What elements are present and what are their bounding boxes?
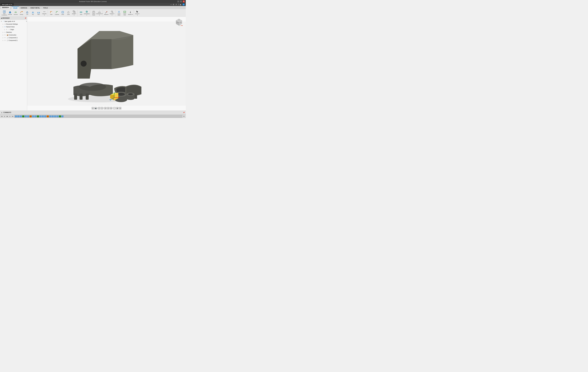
comments-pin-icon[interactable]: 📌	[183, 112, 185, 113]
tree-item-sketches[interactable]: ▷ ✏ Sketches	[0, 31, 27, 34]
nav-zoom-in-button[interactable]: ⊕	[104, 107, 107, 109]
close-button[interactable]: ✕	[183, 0, 185, 2]
timeline-item-2[interactable]	[17, 115, 20, 117]
revolve-button[interactable]: Revolve	[13, 10, 19, 16]
construction-expand[interactable]: ▷	[2, 34, 4, 36]
sweep-button[interactable]: Sweep	[19, 10, 24, 16]
tab-solid[interactable]: SOLID	[11, 7, 19, 9]
assemble-more-button[interactable]: ASSEMBLE	[84, 10, 89, 16]
timeline-item-8[interactable]	[32, 115, 34, 117]
select-section: SELECT	[134, 10, 141, 16]
tree-root-item[interactable]: ▼ 📄 laser guide v4 v4 ⚙	[0, 20, 27, 23]
timeline-item-18[interactable]	[56, 115, 59, 117]
new-component-button[interactable]: New Component	[2, 10, 7, 16]
extrude-button[interactable]: Extrude	[7, 10, 13, 16]
tab-tools[interactable]: TOOLS	[42, 7, 49, 9]
insert-svg-button[interactable]: SVG Insert SVG	[122, 10, 127, 16]
origin-expand[interactable]: ▷	[4, 29, 5, 30]
tree-item-document-settings[interactable]: ▷ ⚙ Document Settings	[0, 23, 27, 25]
timeline-item-7[interactable]	[30, 115, 32, 117]
web-button[interactable]: Web	[36, 10, 41, 16]
nav-zoom-out-button[interactable]: ⊖	[107, 107, 109, 109]
view-cube[interactable]: Y TOP FRONT RIGHT X	[175, 18, 183, 26]
tree-item-named-views[interactable]: ▷ 👁 Named Views	[0, 25, 27, 28]
timeline-play-button[interactable]: ▶	[6, 115, 9, 117]
shell-button[interactable]: Shell	[60, 10, 65, 16]
timeline-item-6[interactable]	[27, 115, 29, 117]
timeline-last-button[interactable]: ⏭	[12, 115, 14, 117]
fillet-button[interactable]: Fillet	[49, 10, 54, 16]
inspect-more-button[interactable]: INSPECT	[109, 10, 115, 16]
sketches-expand[interactable]: ▷	[2, 31, 4, 33]
timeline-item-14[interactable]	[47, 115, 49, 117]
nav-camera-button[interactable]: 📷	[94, 107, 97, 109]
minimize-button[interactable]: ─	[177, 0, 179, 2]
settings-icon[interactable]: ⚙	[173, 3, 174, 6]
timeline-item-12[interactable]	[42, 115, 44, 117]
timeline-next-button[interactable]: ⏵	[9, 115, 11, 117]
timeline-item-17[interactable]	[54, 115, 56, 117]
tree-item-component2[interactable]: ▷ 👁 ⬜ Component2:1	[0, 39, 27, 42]
measure-button[interactable]: Measure	[104, 10, 109, 16]
joint-button[interactable]: Joint	[78, 10, 84, 16]
play-icon[interactable]: ▶	[180, 3, 181, 6]
viewport[interactable]: Y TOP FRONT RIGHT X ⊕ 📷	[27, 17, 186, 111]
timeline-first-button[interactable]: ⏮	[1, 115, 3, 117]
timeline-item-11[interactable]	[39, 115, 42, 117]
timeline-item-13[interactable]	[44, 115, 46, 117]
nav-redo-button[interactable]: ↪	[101, 107, 103, 109]
root-settings-icon[interactable]: ⚙	[26, 21, 27, 22]
nav-home-button[interactable]: ⊕	[92, 107, 94, 109]
nav-display-button[interactable]: ⬜	[113, 107, 116, 109]
tree-item-origin[interactable]: ▷ 👁 ✛ Origin	[0, 28, 27, 31]
root-expand-icon[interactable]: ▼	[0, 21, 2, 22]
loft-button[interactable]: Loft	[24, 10, 30, 16]
tree-item-component1[interactable]: ▷ 👁 ⬜ Component1:1	[0, 36, 27, 39]
nav-visual-button[interactable]: ◼	[116, 107, 119, 109]
create-more-button[interactable]: CREATE	[42, 10, 47, 16]
timeline-item-19[interactable]	[59, 115, 61, 117]
comments-expand-icon[interactable]: ▲	[1, 112, 2, 113]
active-tab[interactable]: laser guide v4 v4	[0, 3, 14, 6]
construct-more-button[interactable]: CONSTRUCT	[97, 10, 102, 16]
nav-undo-button[interactable]: ↩	[98, 107, 100, 109]
timeline-item-1[interactable]	[15, 115, 17, 117]
nav-zoom-fit-button[interactable]: ⊞	[110, 107, 112, 109]
refresh-icon[interactable]: ↺	[175, 3, 177, 6]
browser-collapse-icon[interactable]: ◀	[1, 17, 2, 19]
offset-plane-button[interactable]: Offset Plane	[91, 10, 96, 16]
timeline-item-4[interactable]	[22, 115, 24, 117]
insert-more-button[interactable]: INSERT	[128, 10, 133, 16]
select-button[interactable]: SELECT	[135, 10, 140, 16]
user-avatar[interactable]: JW	[182, 3, 185, 6]
timeline-item-9[interactable]	[34, 115, 37, 117]
tree-item-construction[interactable]: ▷ 👁 📦 Construction	[0, 34, 27, 36]
doc-settings-expand[interactable]: ▷	[2, 23, 4, 25]
chamfer-button[interactable]: Chamfer	[54, 10, 60, 16]
nav-grid-button[interactable]: ⊞	[119, 107, 121, 109]
comp1-expand[interactable]: ▷	[2, 37, 4, 39]
timeline-prev-button[interactable]: ⏴	[3, 115, 6, 117]
timeline-item-16[interactable]	[52, 115, 54, 117]
design-dropdown[interactable]: DESIGN ▾	[0, 6, 10, 9]
toolbar-tabs: DESIGN ▾ SOLID SURFACE SHEET METAL TOOLS	[0, 6, 186, 9]
svg-rect-22	[62, 12, 63, 13]
timeline-item-3[interactable]	[20, 115, 22, 117]
new-tab-button[interactable]: +	[170, 3, 172, 6]
help-icon[interactable]: ?	[178, 3, 179, 6]
tab-surface[interactable]: SURFACE	[19, 7, 29, 9]
named-views-expand[interactable]: ▷	[2, 26, 4, 28]
tab-sheet-metal[interactable]: SHEET METAL	[29, 7, 42, 9]
timeline-item-15[interactable]	[49, 115, 51, 117]
comp2-expand[interactable]: ▷	[2, 40, 4, 41]
timeline-item-5[interactable]	[25, 115, 27, 117]
timeline-settings-button[interactable]: ⚙	[183, 115, 185, 117]
draft-button[interactable]: Draft	[66, 10, 71, 16]
modify-more-button[interactable]: MODIFY	[71, 10, 77, 16]
rib-button[interactable]: Rib	[30, 10, 36, 16]
timeline-item-10[interactable]	[37, 115, 39, 117]
maximize-button[interactable]: □	[180, 0, 182, 2]
insert-mesh-button[interactable]: Insert Mesh	[116, 10, 122, 16]
browser-pin-icon[interactable]: 📌	[25, 17, 26, 19]
timeline-item-20[interactable]	[61, 115, 63, 117]
